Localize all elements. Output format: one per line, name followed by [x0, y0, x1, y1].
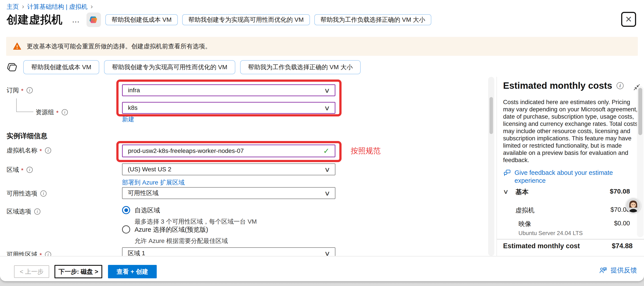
required-asterisk: * [40, 148, 42, 155]
previous-button[interactable]: < 上一步 [14, 265, 49, 278]
radio-description: 最多选择 3 个可用性区域，每个区域一台 VM [134, 217, 257, 226]
chevron-down-icon: ∨ [324, 87, 330, 94]
more-options-icon[interactable]: … [72, 15, 80, 24]
cost-row-label: 映像 [518, 220, 531, 228]
subscription-label: 订阅 * i [6, 86, 33, 94]
red-annotation-text: 按照规范 [351, 146, 380, 156]
radio-unselected[interactable] [122, 225, 130, 233]
review-create-button[interactable]: 查看 + 创建 [108, 265, 157, 278]
info-icon[interactable]: i [616, 82, 624, 89]
create-vm-pane: 主页 › 计算基础结构 | 虚拟机 › 创建虚拟机 … 帮助我创建低成本 [0, 0, 644, 281]
availability-options-dropdown[interactable]: 可用性区域 ∨ [122, 187, 336, 199]
field-connector-line [16, 98, 33, 112]
next-disks-button[interactable]: 下一步: 磁盘 > [54, 265, 102, 278]
feedback-link[interactable]: 提供反馈 [599, 266, 637, 275]
zone-option-azure-select: Azure 选择的区域(预览版) 允许 Azure 根据需要分配最佳区域 [122, 225, 228, 245]
chevron-right-icon: › [22, 3, 24, 10]
warning-icon [13, 42, 22, 51]
close-icon: ✕ [625, 15, 632, 24]
region-value: (US) West US 2 [128, 166, 172, 173]
copilot-suggestions-row: 帮助我创建低成本 VM 帮助我创建专为实现高可用性而优化的 VM 帮助我为工作负… [6, 60, 361, 74]
assistant-avatar[interactable] [626, 198, 641, 213]
main-scrollbar-thumb[interactable] [490, 97, 493, 134]
resource-group-dropdown[interactable]: k8s ∨ [122, 102, 336, 114]
close-button[interactable]: ✕ [621, 12, 636, 27]
main-scrollbar[interactable] [488, 77, 494, 256]
cost-feedback-text: Give feedback about your estimate experi… [514, 169, 641, 184]
warning-banner: 更改基本选项可能会重置所做的选择。创建虚拟机前查看所有选项。 [6, 37, 638, 56]
person-feedback-icon [599, 266, 608, 275]
radio-label[interactable]: 自选区域 [134, 206, 257, 215]
instance-details-heading: 实例详细信息 [6, 131, 48, 141]
deploy-extended-zone-link[interactable]: 部署到 Azure 扩展区域 [122, 178, 184, 187]
chevron-right-icon: › [91, 3, 93, 10]
required-asterisk: * [21, 167, 24, 174]
radio-selected[interactable] [122, 206, 130, 214]
region-dropdown[interactable]: (US) West US 2 ∨ [122, 163, 336, 175]
info-icon[interactable]: i [45, 147, 51, 154]
suggestion-low-cost-button[interactable]: 帮助我创建低成本 VM [23, 60, 99, 74]
subscription-value: infra [128, 87, 140, 94]
valid-check-icon: ✓ [323, 147, 330, 155]
vm-name-label: 虚拟机名称 * i [6, 146, 51, 155]
breadcrumb: 主页 › 计算基础结构 | 虚拟机 › [6, 3, 93, 11]
subscription-dropdown[interactable]: infra ∨ [122, 84, 336, 96]
create-new-resource-group-link[interactable]: 新建 [122, 115, 134, 123]
required-asterisk: * [21, 87, 24, 94]
cost-panel-scrollbar-thumb[interactable] [638, 88, 642, 135]
required-asterisk: * [56, 109, 58, 116]
info-icon[interactable]: i [34, 208, 40, 215]
warning-message: 更改基本选项可能会重置所做的选择。创建虚拟机前查看所有选项。 [27, 42, 211, 51]
copilot-outline-icon [6, 61, 18, 73]
cost-row-label: 虚拟机 [516, 206, 534, 215]
suggestion-high-availability-button[interactable]: 帮助我创建专为实现高可用性而优化的 VM [104, 60, 235, 74]
cost-feedback-link[interactable]: Give feedback about your estimate experi… [503, 169, 641, 184]
suggestion-high-availability-button[interactable]: 帮助我创建专为实现高可用性而优化的 VM [182, 14, 310, 25]
zone-option-self-select: 自选区域 最多选择 3 个可用性区域，每个区域一台 VM [122, 206, 257, 226]
radio-label[interactable]: Azure 选择的区域(预览版) [134, 225, 228, 234]
copilot-icon[interactable] [86, 13, 101, 27]
zone-options-label: 区域选项 i [6, 207, 40, 216]
resource-group-label: 资源组 * i [36, 108, 68, 116]
suggestion-right-size-button[interactable]: 帮助我为工作负载选择正确的 VM 大小 [240, 60, 361, 74]
cost-group-label: 基本 [516, 188, 528, 197]
cost-total-value: $74.88 [612, 242, 632, 250]
chevron-down-icon: ∨ [324, 166, 330, 173]
cost-row-value: $0.00 [614, 220, 630, 227]
region-label: 区域 * i [6, 166, 33, 174]
title-row: 创建虚拟机 … 帮助我创建低成本 VM 帮助我创建专为实现高可用性而优化的 VM… [6, 12, 431, 27]
page-title: 创建虚拟机 [6, 12, 62, 27]
radio-description: 允许 Azure 根据需要分配最佳区域 [134, 237, 228, 245]
info-icon[interactable]: i [40, 190, 46, 197]
chevron-down-icon: ∨ [324, 189, 330, 197]
vm-name-input[interactable]: prod-usw2-k8s-freeleaps-worker-nodes-07 … [122, 145, 336, 157]
footer-bar: < 上一步 下一步: 磁盘 > 查看 + 创建 提供反馈 [0, 256, 644, 281]
cost-panel-title: Estimated monthly costs i [503, 80, 624, 91]
feedback-label: 提供反馈 [611, 266, 637, 275]
cost-total-label: Estimated monthly cost [503, 242, 580, 250]
panel-divider [496, 77, 497, 256]
cost-row-subtext: Ubuntu Server 24.04 LTS [518, 230, 583, 236]
resource-group-value: k8s [128, 104, 138, 111]
info-icon[interactable]: i [26, 167, 33, 173]
chevron-down-icon: ∨ [324, 104, 330, 112]
info-icon[interactable]: i [26, 87, 33, 93]
cost-disclaimer-text: Costs indicated here are estimates only.… [503, 98, 638, 164]
availability-options-label: 可用性选项 i [6, 189, 46, 198]
cost-total-divider [497, 239, 644, 239]
group-chevron-down-icon[interactable]: ∨ [503, 188, 509, 195]
feedback-bubbles-icon [503, 169, 512, 184]
info-icon[interactable]: i [62, 109, 68, 115]
suggestion-low-cost-button[interactable]: 帮助我创建低成本 VM [105, 14, 178, 25]
availability-options-value: 可用性区域 [128, 189, 158, 197]
vm-name-value: prod-usw2-k8s-freeleaps-worker-nodes-07 [128, 147, 244, 154]
breadcrumb-home-link[interactable]: 主页 [6, 3, 19, 11]
cost-group-value: $70.08 [610, 188, 630, 195]
breadcrumb-section-link[interactable]: 计算基础结构 | 虚拟机 [27, 3, 88, 11]
cost-panel-scrollbar[interactable] [637, 86, 644, 237]
suggestion-right-size-button[interactable]: 帮助我为工作负载选择正确的 VM 大小 [314, 14, 432, 25]
